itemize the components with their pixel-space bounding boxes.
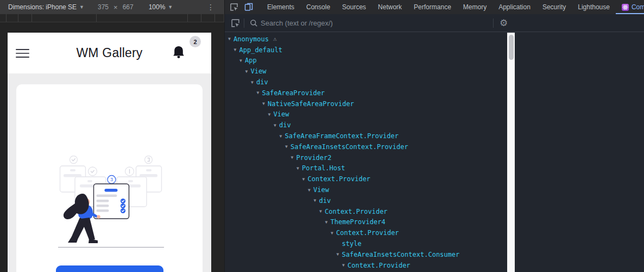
expander-arrow-icon[interactable]: ▼: [239, 58, 245, 63]
tab-label: Sources: [342, 3, 366, 11]
expander-arrow-icon[interactable]: ▼: [257, 90, 262, 95]
component-name: div: [256, 78, 268, 86]
component-search-input[interactable]: [261, 14, 483, 32]
expander-arrow-icon[interactable]: ▼: [342, 263, 348, 268]
app-header: WM Gallery 2: [8, 33, 211, 73]
component-name: Context.Provider: [348, 262, 411, 269]
tab-components[interactable]: Components: [616, 0, 644, 14]
expander-arrow-icon[interactable]: ▼: [325, 220, 331, 225]
ruler-tick: [214, 14, 215, 22]
component-name: Context.Provider: [336, 229, 399, 237]
tree-row[interactable]: ▼div: [225, 195, 507, 206]
component-name: SafeAreaInsetsContext.Provider: [291, 143, 408, 151]
content-card: 3: [16, 84, 203, 272]
tree-row[interactable]: ▼View: [225, 66, 507, 77]
scrollbar-thumb[interactable]: [509, 35, 514, 60]
tab-elements[interactable]: Elements: [261, 0, 300, 14]
expander-arrow-icon[interactable]: ▼: [331, 231, 336, 236]
tree-row[interactable]: ▼Context.Provider: [225, 174, 507, 184]
chevron-down-icon: ▼: [168, 4, 173, 10]
tree-row[interactable]: ▼Provider2: [225, 152, 507, 163]
tab-network[interactable]: Network: [372, 0, 408, 14]
notification-count-badge: 2: [190, 36, 201, 47]
primary-action-button[interactable]: [56, 265, 163, 272]
ruler-tick: [187, 14, 188, 22]
component-name: ThemeProvider4: [331, 218, 386, 226]
component-name: Provider2: [296, 154, 332, 162]
device-screen: WM Gallery 2: [8, 33, 211, 272]
zoom-dropdown[interactable]: 100% ▼: [149, 3, 173, 11]
component-name: View: [274, 110, 289, 118]
inspect-element-icon[interactable]: [230, 3, 238, 11]
component-name: SafeAreaFrameContext.Provider: [285, 132, 399, 140]
tab-console[interactable]: Console: [300, 0, 336, 14]
expander-arrow-icon[interactable]: ▼: [280, 134, 285, 139]
zoom-value: 100%: [149, 3, 166, 11]
tree-row[interactable]: ▼SafeAreaInsetsContext.Provider: [225, 141, 507, 152]
tree-row[interactable]: ▼View: [225, 184, 507, 195]
component-name: Portal.Host: [302, 164, 345, 172]
toolbar-divider: [244, 18, 244, 28]
expander-arrow-icon[interactable]: ▼: [245, 69, 251, 74]
device-toolbar-toggle-icon[interactable]: [244, 3, 253, 11]
tree-row[interactable]: ▼ThemeProvider4: [225, 217, 507, 228]
tree-row[interactable]: ▼div: [225, 77, 507, 88]
expander-arrow-icon[interactable]: ▼: [302, 177, 308, 182]
tree-row[interactable]: ▼SafeAreaInsetsContext.Consumer: [225, 249, 507, 260]
chevron-down-icon: ▼: [79, 4, 84, 10]
tab-application[interactable]: Application: [493, 0, 536, 14]
ruler-tick: [96, 14, 97, 22]
expander-arrow-icon[interactable]: ▼: [251, 80, 256, 85]
viewport-width-field[interactable]: 375: [98, 3, 109, 11]
props-pane-empty: [515, 33, 644, 272]
tree-row[interactable]: ▼SafeAreaProvider: [225, 88, 507, 98]
pick-component-icon[interactable]: [231, 18, 240, 30]
tree-row[interactable]: ▼div: [225, 120, 507, 131]
expander-arrow-icon[interactable]: ▼: [314, 198, 319, 203]
tree-row[interactable]: ▼Context.Provider: [225, 227, 507, 238]
viewport-height-field[interactable]: 667: [123, 3, 134, 11]
tree-row[interactable]: ▼SafeAreaFrameContext.Provider: [225, 131, 507, 141]
component-tree: ▼Anonymous⚠▼App_default▼App▼View▼div▼Saf…: [225, 34, 507, 272]
tree-scrollbar[interactable]: [507, 33, 515, 272]
tab-label: Memory: [463, 3, 487, 11]
expander-arrow-icon[interactable]: ▼: [285, 144, 291, 149]
expander-arrow-icon[interactable]: ▼: [268, 112, 274, 117]
expander-arrow-icon[interactable]: ▼: [319, 209, 325, 214]
notifications-button[interactable]: 2: [172, 46, 185, 60]
tab-performance[interactable]: Performance: [408, 0, 457, 14]
device-mode-toolbar: Dimensions: iPhone SE ▼ 375 × 667 100% ▼…: [0, 0, 224, 14]
tab-security[interactable]: Security: [536, 0, 572, 14]
tree-row[interactable]: ▼Portal.Host: [225, 163, 507, 174]
expander-arrow-icon[interactable]: ▼: [234, 47, 239, 52]
tab-sources[interactable]: Sources: [336, 0, 372, 14]
tree-row[interactable]: ▼Anonymous⚠: [225, 34, 507, 45]
tree-row[interactable]: ▼View: [225, 109, 507, 120]
expander-arrow-icon[interactable]: ▼: [291, 155, 296, 160]
tree-row[interactable]: ▼NativeSafeAreaProvider: [225, 98, 507, 109]
expander-arrow-icon[interactable]: ▼: [296, 166, 302, 171]
tree-row[interactable]: ▼Context.Provider: [225, 260, 507, 271]
more-options-menu-icon[interactable]: ⋮: [207, 3, 214, 11]
expander-arrow-icon[interactable]: ▼: [337, 252, 342, 257]
components-panel-content: ▼Anonymous⚠▼App_default▼App▼View▼div▼Saf…: [225, 33, 644, 272]
tab-label: Components: [632, 3, 644, 11]
tab-lighthouse[interactable]: Lighthouse: [572, 0, 616, 14]
component-name: View: [251, 67, 267, 75]
expander-arrow-icon[interactable]: ▼: [262, 101, 268, 106]
ruler-tick: [18, 14, 18, 22]
tree-row[interactable]: ▼Context.Provider: [225, 206, 507, 217]
ruler-tick: [31, 14, 32, 22]
tree-row[interactable]: ▼App: [225, 55, 507, 66]
warning-icon: ⚠: [273, 35, 277, 42]
gear-icon[interactable]: ⚙: [500, 16, 508, 30]
tab-memory[interactable]: Memory: [457, 0, 493, 14]
tree-row[interactable]: style: [225, 238, 507, 249]
device-ruler: [0, 14, 224, 22]
svg-text:3: 3: [110, 177, 113, 182]
tree-row[interactable]: ▼App_default: [225, 45, 507, 55]
expander-arrow-icon[interactable]: ▼: [228, 36, 233, 41]
expander-arrow-icon[interactable]: ▼: [308, 188, 313, 193]
dimensions-dropdown[interactable]: Dimensions: iPhone SE ▼: [8, 3, 84, 11]
expander-arrow-icon[interactable]: ▼: [274, 123, 279, 128]
